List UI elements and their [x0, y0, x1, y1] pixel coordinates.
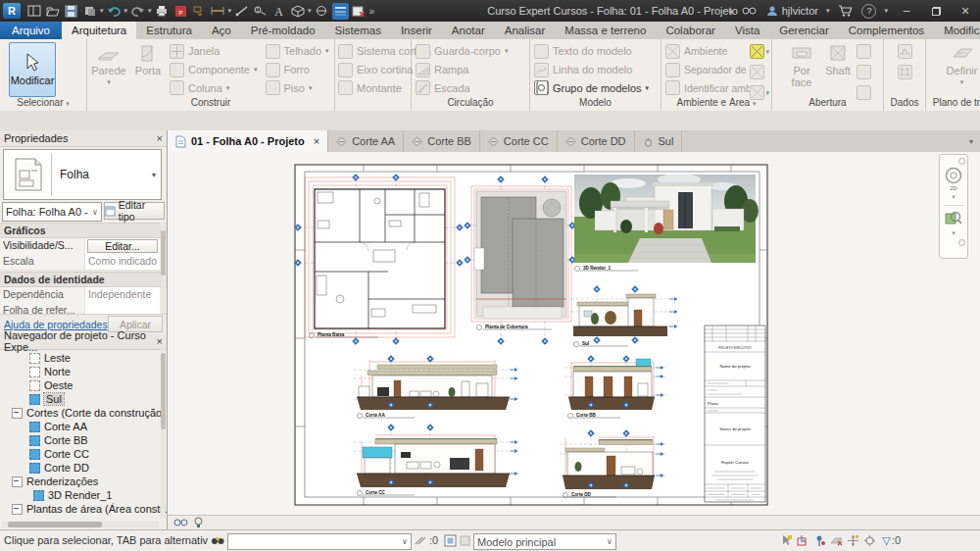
close-hidden-windows-icon[interactable]	[351, 3, 368, 20]
navigation-dot-icon[interactable]	[958, 239, 965, 246]
tab-modificar[interactable]: Modificar	[934, 22, 980, 39]
modify-button[interactable]: Modificar	[9, 42, 56, 97]
section-icon[interactable]	[314, 3, 330, 20]
texto-modelo-button[interactable]: Texto do modelo	[530, 42, 649, 61]
select-links-icon[interactable]	[779, 533, 794, 548]
thin-lines-icon[interactable]	[332, 3, 349, 20]
collapse-icon[interactable]	[12, 504, 23, 515]
chevron-down-icon[interactable]: ▾	[124, 7, 128, 15]
section-graficos[interactable]: Gráficos▴	[0, 223, 168, 238]
select-underlay-icon[interactable]	[796, 533, 810, 548]
view-tab-sul[interactable]: Sul	[635, 130, 683, 152]
shaft-button[interactable]: Shaft	[821, 40, 855, 97]
tab-analisar[interactable]: Analisar	[495, 22, 556, 39]
properties-scrollbar[interactable]	[161, 223, 166, 314]
navigation-bar-collapse-icon[interactable]: ▾	[961, 130, 980, 152]
view-tab-folha[interactable]: 01 - Folha A0 - Projeto ×	[168, 130, 328, 152]
tab-pre-moldado[interactable]: Pré-moldado	[241, 22, 325, 39]
restore-button[interactable]	[925, 2, 947, 20]
print-icon[interactable]	[154, 3, 171, 20]
save-icon[interactable]	[63, 3, 79, 20]
guarda-corpo-button[interactable]: Guarda-corpo▾	[412, 42, 508, 61]
view-tab-corte-cc[interactable]: Corte CC	[480, 130, 558, 152]
select-by-face-icon[interactable]	[829, 533, 844, 548]
tab-estrutura[interactable]: Estrutura	[136, 22, 202, 39]
chevron-down-icon[interactable]: ▾	[228, 7, 232, 15]
abertura-parede-button[interactable]	[857, 44, 871, 59]
chevron-down-icon[interactable]: ▾	[148, 7, 152, 15]
collapse-icon[interactable]	[12, 408, 23, 419]
close-icon[interactable]: ×	[157, 336, 163, 346]
componente-button[interactable]: Componente▾	[166, 61, 258, 79]
tab-gerenciar[interactable]: Gerenciar	[769, 22, 839, 39]
redo-icon[interactable]	[129, 3, 146, 20]
measure-icon[interactable]	[233, 3, 250, 20]
worksets-icon[interactable]	[210, 533, 224, 548]
more-commands-icon[interactable]: »	[369, 6, 375, 17]
grupo-modelos-button[interactable]: Grupo de modelos▾	[530, 78, 649, 97]
area-button[interactable]	[750, 44, 764, 59]
aligned-dimension-icon[interactable]	[210, 3, 226, 20]
navigation-bar[interactable]: 2D ▾ ▾	[939, 154, 968, 259]
exclude-options-icon[interactable]	[458, 533, 472, 548]
chevron-down-icon[interactable]: ▾	[952, 193, 956, 201]
full-navigation-wheel-icon[interactable]	[958, 158, 965, 165]
open-icon[interactable]	[44, 3, 61, 20]
janela-button[interactable]: Janela	[166, 42, 258, 61]
tab-massa-terreno[interactable]: Massa e terreno	[555, 22, 656, 39]
close-icon[interactable]: ×	[314, 135, 319, 147]
minimize-button[interactable]: –	[896, 2, 917, 20]
help-icon[interactable]: ?	[861, 4, 876, 19]
chevron-down-icon[interactable]: ▾	[152, 171, 161, 179]
temporary-hide-lightbulb-icon[interactable]	[194, 517, 203, 528]
design-options-combo[interactable]: Modelo principal∨	[473, 533, 616, 550]
por-face-button[interactable]: Por face	[784, 40, 819, 97]
drag-on-selection-icon[interactable]	[846, 533, 860, 548]
chevron-down-icon[interactable]: ▾	[884, 7, 888, 15]
type-selector[interactable]: Folha ▾	[3, 149, 162, 200]
ambiente-button[interactable]: Ambiente	[662, 42, 750, 61]
user-interface-icon[interactable]	[25, 3, 42, 20]
tree-item-cortes[interactable]: Cortes (Corte da construção)	[0, 406, 178, 420]
parede-button[interactable]: Parede▾	[87, 40, 130, 97]
tag-icon[interactable]	[191, 3, 208, 20]
chevron-down-icon[interactable]: ▾	[952, 229, 956, 237]
editable-only-icon[interactable]	[414, 533, 428, 548]
abertura-vertical-button[interactable]	[857, 65, 871, 79]
chevron-down-icon[interactable]: ▾	[100, 7, 104, 15]
text-icon[interactable]: A	[270, 3, 287, 20]
panel-label-ambiente[interactable]: Ambiente e Área ▾	[662, 97, 771, 110]
piso-button[interactable]: Piso▾	[262, 78, 329, 97]
close-button[interactable]: ×	[955, 2, 976, 20]
tab-arquivo[interactable]: Arquivo	[0, 22, 62, 39]
collapse-icon[interactable]	[12, 476, 23, 487]
transfer-icon[interactable]	[81, 3, 98, 20]
telhado-button[interactable]: Telhado▾	[262, 42, 329, 61]
view-tab-corte-aa[interactable]: Corte AA	[328, 130, 404, 152]
app-store-cart-icon[interactable]	[837, 3, 854, 20]
linha-modelo-button[interactable]: Linha do modelo	[530, 61, 649, 79]
collapse-search-icon[interactable]: ◄	[727, 8, 734, 15]
account-menu[interactable]: hjlvictor	[766, 5, 818, 17]
tab-anotar[interactable]: Anotar	[442, 22, 495, 39]
revit-logo-icon[interactable]: R	[3, 3, 21, 19]
selection-settings-icon[interactable]	[862, 533, 877, 548]
rampa-button[interactable]: Rampa	[412, 61, 508, 79]
tab-aco[interactable]: Aço	[202, 22, 241, 39]
eixo-button[interactable]	[898, 65, 912, 79]
limite-area-button[interactable]	[750, 65, 764, 79]
drawing-area[interactable]: Planta Baixa	[167, 152, 980, 515]
panel-label-selecionar[interactable]: Selecionar ▾	[0, 97, 86, 110]
tab-complementos[interactable]: Complementos	[839, 22, 934, 39]
select-pinned-icon[interactable]	[812, 533, 827, 548]
porta-button[interactable]: Porta	[130, 40, 166, 97]
nivel-button[interactable]	[898, 44, 912, 59]
default-3d-view-icon[interactable]	[289, 3, 306, 20]
search-icon[interactable]	[742, 3, 759, 20]
export-pdf-icon[interactable]: P	[172, 3, 189, 20]
browser-vscrollbar[interactable]	[161, 349, 166, 518]
view-tab-corte-bb[interactable]: Corte BB	[404, 130, 480, 152]
escada-button[interactable]: Escada	[412, 78, 508, 97]
properties-help-link[interactable]: Ajuda de propriedades	[4, 319, 108, 330]
editar-visibilidade-button[interactable]: Editar...	[87, 239, 158, 253]
